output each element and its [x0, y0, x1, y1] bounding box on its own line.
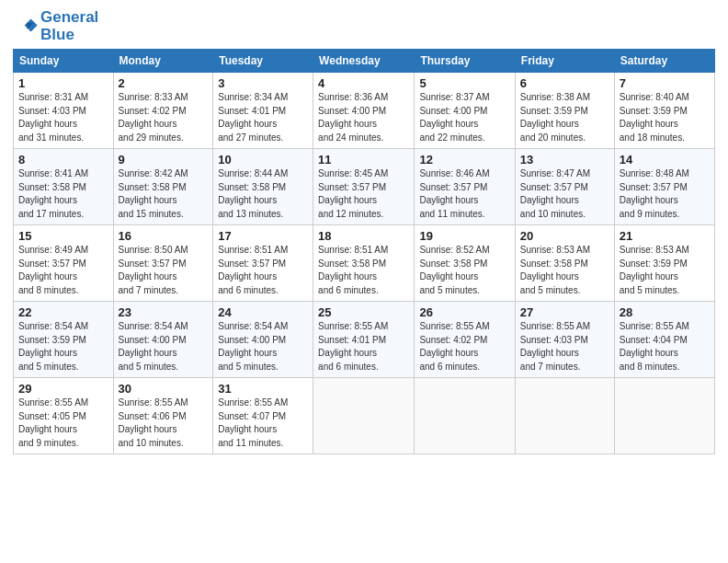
day-number: 23	[119, 305, 209, 319]
logo-icon	[13, 14, 39, 40]
day-info: Sunrise: 8:46 AMSunset: 3:57 PMDaylight …	[419, 168, 489, 219]
day-number: 21	[620, 229, 710, 243]
day-number: 9	[119, 153, 209, 167]
logo: General Blue	[13, 9, 98, 43]
calendar-table: SundayMondayTuesdayWednesdayThursdayFrid…	[13, 49, 715, 454]
day-number: 11	[318, 153, 409, 167]
day-number: 20	[520, 229, 609, 243]
day-info: Sunrise: 8:55 AMSunset: 4:07 PMDaylight …	[218, 397, 288, 448]
calendar-cell: 12 Sunrise: 8:46 AMSunset: 3:57 PMDaylig…	[415, 149, 515, 225]
calendar-cell: 10 Sunrise: 8:44 AMSunset: 3:58 PMDaylig…	[213, 149, 313, 225]
day-number: 24	[218, 305, 308, 319]
day-info: Sunrise: 8:49 AMSunset: 3:57 PMDaylight …	[18, 245, 88, 295]
day-number: 8	[18, 153, 108, 167]
day-number: 14	[620, 153, 710, 167]
calendar-cell: 14 Sunrise: 8:48 AMSunset: 3:57 PMDaylig…	[614, 149, 714, 225]
col-header-friday: Friday	[515, 50, 614, 73]
calendar-cell: 3 Sunrise: 8:34 AMSunset: 4:01 PMDayligh…	[213, 73, 313, 149]
day-info: Sunrise: 8:45 AMSunset: 3:57 PMDaylight …	[318, 168, 388, 219]
calendar-cell: 26 Sunrise: 8:55 AMSunset: 4:02 PMDaylig…	[415, 302, 515, 378]
day-number: 31	[218, 382, 308, 396]
calendar-cell	[313, 378, 415, 454]
calendar-cell: 2 Sunrise: 8:33 AMSunset: 4:02 PMDayligh…	[113, 73, 213, 149]
day-info: Sunrise: 8:34 AMSunset: 4:01 PMDaylight …	[218, 92, 288, 143]
calendar-cell: 30 Sunrise: 8:55 AMSunset: 4:06 PMDaylig…	[113, 378, 213, 454]
calendar-week-1: 1 Sunrise: 8:31 AMSunset: 4:03 PMDayligh…	[14, 73, 715, 149]
day-number: 25	[318, 305, 409, 319]
logo-blue: Blue	[40, 26, 74, 43]
main-container: General Blue SundayMondayTuesdayWednesda…	[0, 0, 728, 464]
logo-general: General	[40, 8, 98, 26]
day-info: Sunrise: 8:31 AMSunset: 4:03 PMDaylight …	[18, 92, 88, 143]
logo-text: General Blue	[40, 9, 98, 43]
calendar-cell: 20 Sunrise: 8:53 AMSunset: 3:58 PMDaylig…	[515, 225, 614, 302]
calendar-cell: 19 Sunrise: 8:52 AMSunset: 3:58 PMDaylig…	[415, 225, 515, 302]
day-info: Sunrise: 8:54 AMSunset: 4:00 PMDaylight …	[218, 321, 288, 372]
day-number: 26	[419, 305, 509, 319]
calendar-cell	[614, 378, 714, 454]
calendar-week-4: 22 Sunrise: 8:54 AMSunset: 3:59 PMDaylig…	[14, 302, 715, 378]
day-number: 4	[318, 76, 409, 90]
day-number: 17	[218, 229, 308, 243]
day-info: Sunrise: 8:52 AMSunset: 3:58 PMDaylight …	[419, 245, 489, 295]
day-info: Sunrise: 8:37 AMSunset: 4:00 PMDaylight …	[419, 92, 489, 143]
calendar-cell: 11 Sunrise: 8:45 AMSunset: 3:57 PMDaylig…	[313, 149, 415, 225]
col-header-monday: Monday	[113, 50, 213, 73]
col-header-tuesday: Tuesday	[213, 50, 313, 73]
calendar-week-2: 8 Sunrise: 8:41 AMSunset: 3:58 PMDayligh…	[14, 149, 715, 225]
day-info: Sunrise: 8:55 AMSunset: 4:05 PMDaylight …	[18, 397, 88, 448]
day-number: 6	[520, 76, 609, 90]
day-info: Sunrise: 8:55 AMSunset: 4:01 PMDaylight …	[318, 321, 388, 372]
calendar-cell: 28 Sunrise: 8:55 AMSunset: 4:04 PMDaylig…	[614, 302, 714, 378]
calendar-week-3: 15 Sunrise: 8:49 AMSunset: 3:57 PMDaylig…	[14, 225, 715, 302]
day-info: Sunrise: 8:38 AMSunset: 3:59 PMDaylight …	[520, 92, 590, 143]
calendar-cell: 21 Sunrise: 8:53 AMSunset: 3:59 PMDaylig…	[614, 225, 714, 302]
day-info: Sunrise: 8:53 AMSunset: 3:58 PMDaylight …	[520, 245, 590, 295]
calendar-cell: 22 Sunrise: 8:54 AMSunset: 3:59 PMDaylig…	[14, 302, 114, 378]
day-number: 28	[620, 305, 710, 319]
day-info: Sunrise: 8:51 AMSunset: 3:58 PMDaylight …	[318, 245, 388, 295]
day-number: 29	[18, 382, 108, 396]
day-number: 19	[419, 229, 509, 243]
col-header-saturday: Saturday	[614, 50, 714, 73]
day-number: 30	[119, 382, 209, 396]
calendar-cell: 6 Sunrise: 8:38 AMSunset: 3:59 PMDayligh…	[515, 73, 614, 149]
calendar-cell: 1 Sunrise: 8:31 AMSunset: 4:03 PMDayligh…	[14, 73, 114, 149]
day-info: Sunrise: 8:50 AMSunset: 3:57 PMDaylight …	[119, 245, 188, 295]
calendar-cell: 31 Sunrise: 8:55 AMSunset: 4:07 PMDaylig…	[213, 378, 313, 454]
day-number: 2	[119, 76, 209, 90]
day-number: 15	[18, 229, 108, 243]
day-info: Sunrise: 8:48 AMSunset: 3:57 PMDaylight …	[620, 168, 689, 219]
calendar-cell: 25 Sunrise: 8:55 AMSunset: 4:01 PMDaylig…	[313, 302, 415, 378]
col-header-thursday: Thursday	[415, 50, 515, 73]
calendar-header-row: SundayMondayTuesdayWednesdayThursdayFrid…	[14, 50, 715, 73]
day-info: Sunrise: 8:53 AMSunset: 3:59 PMDaylight …	[620, 245, 689, 295]
day-number: 10	[218, 153, 308, 167]
calendar-cell: 9 Sunrise: 8:42 AMSunset: 3:58 PMDayligh…	[113, 149, 213, 225]
day-number: 5	[419, 76, 509, 90]
calendar-cell: 4 Sunrise: 8:36 AMSunset: 4:00 PMDayligh…	[313, 73, 415, 149]
day-number: 18	[318, 229, 409, 243]
calendar-cell: 15 Sunrise: 8:49 AMSunset: 3:57 PMDaylig…	[14, 225, 114, 302]
day-info: Sunrise: 8:55 AMSunset: 4:06 PMDaylight …	[119, 397, 188, 448]
day-info: Sunrise: 8:47 AMSunset: 3:57 PMDaylight …	[520, 168, 590, 219]
day-info: Sunrise: 8:54 AMSunset: 4:00 PMDaylight …	[119, 321, 188, 372]
day-info: Sunrise: 8:41 AMSunset: 3:58 PMDaylight …	[18, 168, 88, 219]
day-number: 22	[18, 305, 108, 319]
calendar-cell: 23 Sunrise: 8:54 AMSunset: 4:00 PMDaylig…	[113, 302, 213, 378]
calendar-cell: 13 Sunrise: 8:47 AMSunset: 3:57 PMDaylig…	[515, 149, 614, 225]
day-info: Sunrise: 8:55 AMSunset: 4:02 PMDaylight …	[419, 321, 489, 372]
calendar-cell: 8 Sunrise: 8:41 AMSunset: 3:58 PMDayligh…	[14, 149, 114, 225]
calendar-cell	[415, 378, 515, 454]
calendar-cell: 5 Sunrise: 8:37 AMSunset: 4:00 PMDayligh…	[415, 73, 515, 149]
calendar-cell: 24 Sunrise: 8:54 AMSunset: 4:00 PMDaylig…	[213, 302, 313, 378]
calendar-week-5: 29 Sunrise: 8:55 AMSunset: 4:05 PMDaylig…	[14, 378, 715, 454]
day-info: Sunrise: 8:55 AMSunset: 4:04 PMDaylight …	[620, 321, 689, 372]
calendar-cell: 16 Sunrise: 8:50 AMSunset: 3:57 PMDaylig…	[113, 225, 213, 302]
day-info: Sunrise: 8:42 AMSunset: 3:58 PMDaylight …	[119, 168, 188, 219]
day-info: Sunrise: 8:44 AMSunset: 3:58 PMDaylight …	[218, 168, 288, 219]
calendar-cell: 17 Sunrise: 8:51 AMSunset: 3:57 PMDaylig…	[213, 225, 313, 302]
calendar-cell	[515, 378, 614, 454]
col-header-wednesday: Wednesday	[313, 50, 415, 73]
calendar-cell: 27 Sunrise: 8:55 AMSunset: 4:03 PMDaylig…	[515, 302, 614, 378]
